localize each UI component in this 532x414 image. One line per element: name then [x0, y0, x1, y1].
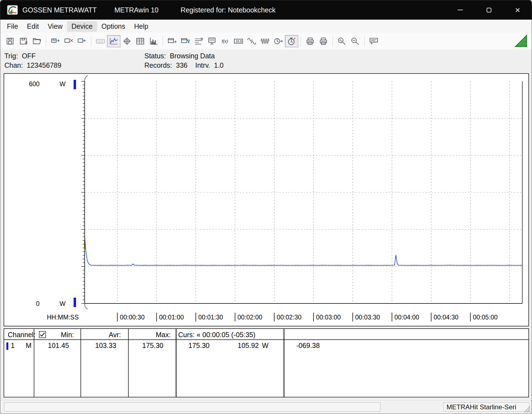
menu-options[interactable]: Options	[97, 21, 130, 32]
chart-line-icon	[109, 37, 118, 45]
cell-cursor-value: 105.92	[238, 342, 259, 350]
cell-max: 175.30	[142, 342, 163, 350]
device-receive-icon	[77, 37, 87, 45]
minimize-button[interactable]	[450, 0, 470, 20]
crosshair-icon	[122, 37, 132, 45]
app-brand: GOSSEN METRAWATT	[22, 6, 97, 14]
close-icon: ×	[515, 6, 520, 14]
app-title: METRAwin 10	[115, 6, 159, 14]
toolbar-save-as-button[interactable]	[17, 35, 30, 47]
open-icon	[32, 37, 41, 45]
save-icon	[6, 37, 15, 45]
status-label: Status:	[144, 52, 166, 60]
toolbar-chart-line-button[interactable]	[107, 35, 120, 47]
toolbar-timeline-button[interactable]	[192, 35, 205, 47]
toolbar-histogram-button[interactable]	[147, 35, 160, 47]
menu-edit[interactable]: Edit	[22, 21, 43, 32]
resize-grip[interactable]	[524, 406, 531, 413]
window-config-icon	[181, 37, 190, 45]
x-tick-label: 00:00:30	[120, 314, 145, 321]
toolbar-keyboard-button[interactable]	[94, 35, 107, 47]
toolbar-separator	[333, 36, 333, 46]
chart-canvas: 00:00:3000:01:0000:01:3000:02:0000:02:30…	[4, 74, 528, 326]
toolbar-zoom-out-button[interactable]	[349, 35, 362, 47]
menu-view[interactable]: View	[43, 21, 67, 32]
cell-cursor-delta: -069.38	[296, 342, 320, 350]
grow-triangle-icon[interactable]	[515, 35, 527, 47]
toolbar-separator	[46, 36, 46, 46]
toolbar-device-send-button[interactable]	[49, 35, 62, 47]
histogram-icon	[149, 37, 158, 45]
close-button[interactable]: ×	[508, 0, 527, 20]
menu-help[interactable]: Help	[130, 21, 153, 32]
status-bar: METRAHit Starline-Seri	[0, 400, 532, 414]
titlebar: GOSSEN METRAWATT METRAwin 10 Registered …	[0, 0, 532, 20]
save-as-icon	[19, 37, 28, 45]
channel-visibility-checkbox[interactable]	[39, 331, 46, 338]
numeric-display-icon: 18.8	[234, 37, 243, 45]
chan-value: 123456789	[27, 61, 61, 69]
print-icon	[319, 37, 328, 45]
toolbar-zoom-curve-button[interactable]	[335, 35, 349, 47]
formula-icon: f(x)	[220, 37, 230, 45]
toolbar-stopwatch-button[interactable]	[285, 35, 298, 47]
app-icon	[7, 4, 18, 15]
zoom-curve-icon	[337, 37, 347, 45]
device-send-icon	[51, 37, 60, 45]
waveform-chart[interactable]: 00:00:3000:01:0000:01:3000:02:0000:02:30…	[4, 73, 529, 326]
x-tick-label: 00:03:00	[316, 314, 341, 321]
channel-marker-top	[74, 80, 76, 89]
toolbar-device-stop-button[interactable]	[62, 35, 75, 47]
toolbar-separator	[91, 36, 91, 46]
toolbar-save-button[interactable]	[4, 35, 17, 47]
device-status-panel: METRAHit Starline-Seri	[443, 402, 529, 412]
svg-text:f(x): f(x)	[222, 39, 228, 44]
menu-file[interactable]: File	[2, 21, 22, 32]
y-unit-bottom: W	[59, 300, 66, 307]
column-divider	[284, 329, 284, 397]
zoom-out-icon	[351, 37, 360, 45]
window-controls: ×	[450, 0, 527, 20]
toolbar-wave-compare-button[interactable]	[245, 35, 258, 47]
stopwatch-icon	[287, 37, 296, 45]
toolbar-wave-dense-button[interactable]	[258, 35, 272, 47]
x-tick-label: 00:02:00	[238, 314, 263, 321]
x-axis-unit-label: HH:MM:SS	[47, 314, 79, 321]
toolbar-separator	[301, 36, 301, 46]
toolbar-crosshair-button[interactable]	[120, 35, 134, 47]
channel-marker-bottom	[74, 298, 76, 307]
cell-cursor-unit: W	[262, 342, 269, 350]
toolbar-hint-button[interactable]	[367, 35, 380, 47]
toolbar: f(x)18.8	[0, 33, 532, 49]
toolbar-clock-export-button[interactable]	[272, 35, 285, 47]
x-tick-label: 00:03:30	[355, 314, 380, 321]
x-tick-label: 00:01:30	[198, 314, 223, 321]
keyboard-icon	[96, 37, 105, 45]
toolbar-numeric-display-button[interactable]: 18.8	[232, 35, 245, 47]
wave-dense-icon	[260, 37, 270, 45]
header-min: Min:	[61, 331, 74, 339]
column-divider	[128, 329, 129, 397]
check-icon	[40, 332, 45, 337]
toolbar-device-receive-button[interactable]	[75, 35, 89, 47]
menu-device[interactable]: Device	[67, 21, 97, 32]
series-channel-1	[85, 239, 522, 265]
toolbar-monitor-button[interactable]	[205, 35, 219, 47]
minimize-icon	[458, 10, 463, 10]
cell-mode: M	[26, 342, 32, 350]
wave-compare-icon	[247, 37, 256, 45]
toolbar-formula-button[interactable]: f(x)	[219, 35, 232, 47]
metrawin-window: GOSSEN METRAWATT METRAwin 10 Registered …	[0, 0, 532, 414]
toolbar-print-button[interactable]	[317, 35, 330, 47]
toolbar-table-view-button[interactable]	[134, 35, 147, 47]
status-value: Browsing Data	[170, 52, 215, 60]
maximize-button[interactable]	[479, 0, 499, 20]
toolbar-window-export-button[interactable]	[165, 35, 179, 47]
toolbar-open-button[interactable]	[30, 35, 43, 47]
window-export-icon	[167, 37, 177, 45]
monitor-icon	[207, 37, 217, 45]
x-tick-label: 00:04:00	[395, 314, 419, 321]
header-channel: Channel:	[8, 331, 35, 339]
toolbar-print-preview-button[interactable]	[303, 35, 317, 47]
toolbar-window-config-button[interactable]	[179, 35, 192, 47]
